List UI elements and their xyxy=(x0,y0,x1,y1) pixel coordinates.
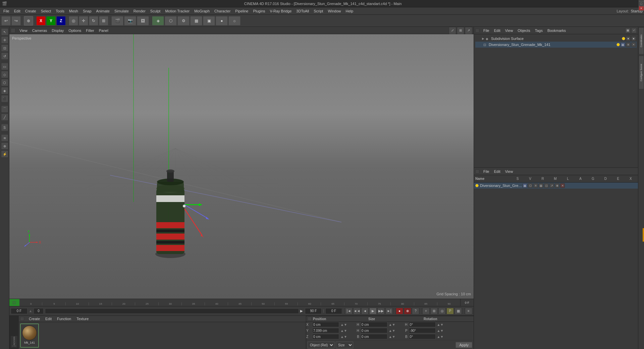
key-mode-2[interactable]: ⊞ xyxy=(430,308,438,314)
go-to-end[interactable]: ►| xyxy=(385,308,393,314)
tool-d[interactable]: ▦ xyxy=(190,16,202,26)
attrmgr-menu-view[interactable]: View xyxy=(503,169,515,174)
left-tool-15[interactable]: ⚡ xyxy=(1,150,8,158)
size-y-stepper[interactable]: ▲▼ xyxy=(389,329,395,333)
tool-rotate[interactable]: ↻ xyxy=(89,16,98,26)
menu-select[interactable]: Select xyxy=(39,8,53,14)
pos-y-stepper[interactable]: ▲▼ xyxy=(340,329,347,333)
menu-script[interactable]: Script xyxy=(312,8,325,14)
sub-frame-input[interactable] xyxy=(34,308,44,314)
viewport-menu-panel[interactable]: Panel xyxy=(97,28,110,33)
objmgr-menu-edit[interactable]: Edit xyxy=(492,28,502,33)
left-tool-2[interactable]: ✛ xyxy=(1,36,8,44)
attr-icon-8[interactable]: ✕ xyxy=(560,183,565,188)
menu-3dtoall[interactable]: 3DToAll xyxy=(294,8,311,14)
menu-mograph[interactable]: MoGraph xyxy=(192,8,212,14)
viewport-menu-filter[interactable]: Filter xyxy=(84,28,96,33)
end-frame2-input[interactable] xyxy=(325,308,342,314)
menu-file[interactable]: File xyxy=(1,8,11,14)
viewport-menu-options[interactable]: Options xyxy=(66,28,83,33)
pos-z-input[interactable] xyxy=(312,334,339,339)
viewport-menu-display[interactable]: Display xyxy=(50,28,66,33)
left-tool-8[interactable]: ◈ xyxy=(1,87,8,94)
key-mode-4[interactable]: P xyxy=(446,308,454,314)
obj-row-subdivision[interactable]: ▶ ◈ Subdivision Surface ● ● xyxy=(475,36,637,42)
menu-snap[interactable]: Snap xyxy=(81,8,94,14)
left-tool-6[interactable]: ◇ xyxy=(1,71,8,78)
size-x-input[interactable] xyxy=(361,322,387,327)
tool-b[interactable]: ⬡ xyxy=(165,16,177,26)
menu-animate[interactable]: Animate xyxy=(94,8,112,14)
render-region[interactable]: 🎬 xyxy=(111,16,123,26)
objmgr-menu-objects[interactable]: Objects xyxy=(516,28,532,33)
viewport-ctrl-1[interactable]: ⤢ xyxy=(449,27,456,34)
objmgr-menu-bookmarks[interactable]: Bookmarks xyxy=(545,28,568,33)
coord-system-select[interactable]: Object (Rel) World Local xyxy=(308,342,334,348)
play-back[interactable]: ◄ xyxy=(361,308,369,314)
attr-icon-1[interactable]: ▦ xyxy=(523,183,527,188)
attr-obj-row-grenade[interactable]: Diversionary_Stun_Grenade_Mk_141 ▦ ⬡ ≡ ▨… xyxy=(474,183,638,189)
objmgr-menu-file[interactable]: File xyxy=(481,28,491,33)
attr-icon-5[interactable]: ◻ xyxy=(544,183,549,188)
mode-y[interactable]: Y xyxy=(46,16,56,26)
size-x-stepper[interactable]: ▲▼ xyxy=(389,323,395,327)
size-z-stepper[interactable]: ▲▼ xyxy=(389,335,395,339)
mode-z[interactable]: Z xyxy=(56,16,66,26)
objmgr-menu-tags[interactable]: Tags xyxy=(533,28,545,33)
auto-key-btn[interactable]: ⊕ xyxy=(404,308,411,314)
key-mode-1[interactable]: + xyxy=(422,308,430,314)
left-tool-4[interactable]: ↺ xyxy=(1,52,8,60)
left-tool-3[interactable]: ⊡ xyxy=(1,44,8,52)
pos-y-input[interactable] xyxy=(312,328,339,333)
size-mode-select[interactable]: Size Scale xyxy=(336,342,353,348)
grenade-color-dot[interactable] xyxy=(616,43,620,46)
go-next-key[interactable]: ▶▶ xyxy=(377,308,385,314)
viewport-menu-view[interactable]: View xyxy=(17,28,30,33)
left-tool-11[interactable]: ╱ xyxy=(1,113,8,121)
tool-select[interactable]: ◎ xyxy=(69,16,78,26)
menu-character[interactable]: Character xyxy=(212,8,232,14)
mat-menu-edit[interactable]: Edit xyxy=(43,316,54,321)
left-tool-14[interactable]: ⊕ xyxy=(1,142,8,150)
rot-h-stepper[interactable]: ▲▼ xyxy=(437,323,444,327)
redo-button[interactable]: ↪ xyxy=(11,16,21,26)
objmgr-btn-1[interactable]: ▦ xyxy=(625,28,631,33)
rot-b-stepper[interactable]: ▲▼ xyxy=(437,335,444,339)
attr-icon-3[interactable]: ≡ xyxy=(533,183,538,188)
key-sel-btn[interactable]: ? xyxy=(412,308,419,314)
material-mk141[interactable]: Mk_141 xyxy=(20,323,39,348)
tool-move[interactable]: ✛ xyxy=(79,16,88,26)
viewport-menu-cameras[interactable]: Cameras xyxy=(30,28,49,33)
new-button[interactable]: ⊕ xyxy=(24,16,33,26)
tool-light[interactable]: ☼ xyxy=(228,16,240,26)
menu-simulate[interactable]: Simulate xyxy=(112,8,131,14)
attrmgr-menu-edit[interactable]: Edit xyxy=(492,169,502,174)
left-tool-12[interactable]: S xyxy=(1,124,8,131)
menu-motion-tracker[interactable]: Motion Tracker xyxy=(163,8,192,14)
attrmgr-menu-file[interactable]: File xyxy=(481,169,491,174)
viewport-ctrl-3[interactable]: ↗ xyxy=(465,27,472,34)
menu-mesh[interactable]: Mesh xyxy=(67,8,80,14)
viewport-3d[interactable]: X Y Perspective Grid Spacing : 10 cm xyxy=(9,34,474,299)
menu-window[interactable]: Window xyxy=(326,8,343,14)
menu-plugins[interactable]: Plugins xyxy=(251,8,267,14)
record-btn[interactable]: ● xyxy=(396,308,403,314)
grenade-tag-3[interactable]: • xyxy=(631,42,636,47)
mat-menu-function[interactable]: Function xyxy=(55,316,73,321)
apply-button[interactable]: Apply xyxy=(455,342,472,348)
mat-menu-create[interactable]: Create xyxy=(27,316,42,321)
tool-f[interactable]: ● xyxy=(216,16,228,26)
attr-icon-4[interactable]: ▨ xyxy=(539,183,543,188)
menu-edit[interactable]: Edit xyxy=(12,8,22,14)
menu-help[interactable]: Help xyxy=(344,8,356,14)
go-prev-key[interactable]: ◄◄ xyxy=(353,308,361,314)
attr-icon-6[interactable]: ↗ xyxy=(549,183,554,188)
go-to-start[interactable]: |◄ xyxy=(345,308,353,314)
maximize-button[interactable]: □ xyxy=(639,1,644,6)
tool-c[interactable]: ⚙ xyxy=(177,16,190,26)
rot-h-input[interactable] xyxy=(409,322,436,327)
close-button[interactable]: ✕ xyxy=(639,6,644,11)
rot-p-input[interactable] xyxy=(409,328,436,333)
attr-icon-2[interactable]: ⬡ xyxy=(528,183,533,188)
render-to-picture[interactable]: 🖼 xyxy=(137,16,149,26)
